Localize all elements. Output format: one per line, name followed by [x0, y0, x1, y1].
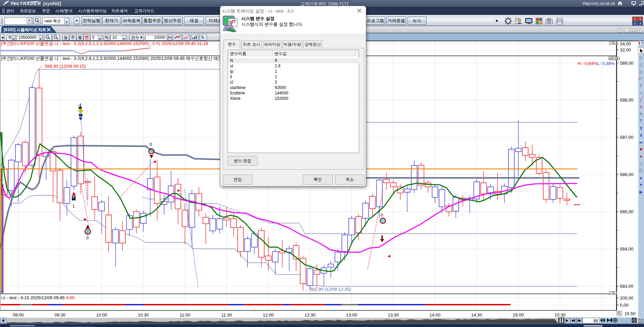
svg-text:▤: ▤: [639, 62, 643, 67]
svg-text:34,00: 34,00: [620, 41, 631, 46]
svg-text:[xys002]: [xys002]: [43, 1, 61, 6]
svg-text:-1: -1: [78, 103, 82, 108]
svg-text:588,00: 588,00: [620, 97, 633, 103]
svg-text:12:00: 12:00: [263, 312, 274, 318]
svg-text:Ι: Ι: [640, 83, 641, 88]
svg-text:13:30: 13:30: [388, 312, 399, 318]
svg-text:H: -0,64%: H: -0,64%: [578, 61, 597, 66]
svg-text:➡: ➡: [639, 140, 643, 145]
svg-text:≡: ≡: [640, 105, 642, 109]
svg-text:╱: ╱: [639, 97, 642, 102]
svg-text:▶: ▶: [639, 190, 643, 194]
svg-text:09:00: 09:00: [13, 312, 24, 318]
svg-text:☺: ☺: [639, 161, 643, 166]
svg-text:x: x: [614, 42, 615, 45]
svg-text:13:00: 13:00: [346, 312, 357, 318]
svg-text:▼: ▼: [639, 182, 643, 187]
svg-text:0: 0: [381, 213, 383, 218]
svg-text:1: 1: [72, 204, 75, 209]
svg-text:14:30: 14:30: [471, 312, 482, 318]
svg-text:10:00: 10:00: [96, 312, 107, 318]
svg-text:15:00: 15:00: [513, 312, 524, 318]
svg-text:■: ■: [640, 147, 642, 152]
svg-text:⬆: ⬆: [639, 126, 643, 131]
svg-text:586,00: 586,00: [620, 172, 633, 177]
svg-text:584,00: 584,00: [620, 246, 633, 252]
svg-text:0: 0: [86, 236, 89, 240]
svg-text:⊢: ⊢: [639, 76, 643, 81]
svg-text:585,00: 585,00: [620, 209, 633, 214]
svg-text:← 588,90 (12/09 09:15): ← 588,90 (12/09 09:15): [39, 64, 86, 69]
svg-text:T: T: [640, 119, 642, 124]
svg-text:−: −: [610, 42, 612, 45]
svg-text:⌐: ⌐: [640, 90, 642, 95]
svg-text:Yes: Yes: [10, 0, 19, 6]
svg-text:15:50: 15:50: [624, 311, 636, 316]
svg-text:12:30: 12:30: [305, 312, 316, 318]
svg-text:나 - test - 3-15 2025/12/09 09: 나 - test - 3-15 2025/12/09 09:45 0,00: [1, 295, 75, 300]
svg-text:□: □: [613, 57, 615, 60]
svg-text:0,00: 0,00: [620, 303, 628, 308]
svg-text:L: 0,38%: L: 0,38%: [597, 61, 615, 66]
svg-text:N: N: [609, 57, 611, 60]
svg-text:09:30: 09:30: [55, 312, 66, 318]
svg-text:200,00: 200,00: [620, 296, 633, 301]
svg-text:587,00: 587,00: [620, 135, 633, 140]
svg-text:▤: ▤: [639, 69, 643, 74]
svg-text:ⓘ: ⓘ: [639, 168, 643, 173]
svg-text:✎: ✎: [639, 112, 643, 116]
svg-text:[6102] 시뮬레이션 차트: [6102] 시뮬레이션 차트: [4, 27, 46, 32]
svg-text:▲: ▲: [639, 175, 643, 180]
svg-text:⇅: ⇅: [201, 35, 204, 39]
svg-text:●: ●: [640, 154, 642, 159]
svg-text:11:00: 11:00: [180, 312, 190, 318]
svg-text:32,00: 32,00: [620, 47, 631, 52]
svg-text:[주간]미니KP200 선물연결 나 - test - 3-: [주간]미니KP200 선물연결 나 - test - 3-2(9,2,9,1,…: [1, 56, 240, 61]
svg-text:11:30: 11:30: [221, 312, 232, 318]
svg-text:10:30: 10:30: [138, 312, 149, 318]
svg-text:▾: ▾: [617, 57, 618, 60]
svg-text:15:30: 15:30: [555, 312, 566, 318]
svg-text:−: −: [610, 292, 612, 295]
svg-text:0: 0: [150, 142, 152, 147]
svg-text:589,00: 589,00: [620, 61, 633, 66]
svg-text:88: 88: [594, 319, 598, 323]
svg-text:[주간]미니KP200 선물연결 나 - test - 3-: [주간]미니KP200 선물연결 나 - test - 3-2(9,2,9,1,…: [1, 41, 208, 46]
svg-text:⬇: ⬇: [639, 133, 643, 138]
svg-text:583,00: 583,00: [620, 284, 633, 289]
svg-text:▤: ▤: [639, 55, 643, 60]
svg-text:S: S: [87, 231, 89, 234]
svg-text:x: x: [614, 292, 615, 295]
svg-text:← 582,90 (12/09 12:25): ← 582,90 (12/09 12:25): [304, 287, 351, 292]
svg-text:14:00: 14:00: [430, 312, 441, 318]
